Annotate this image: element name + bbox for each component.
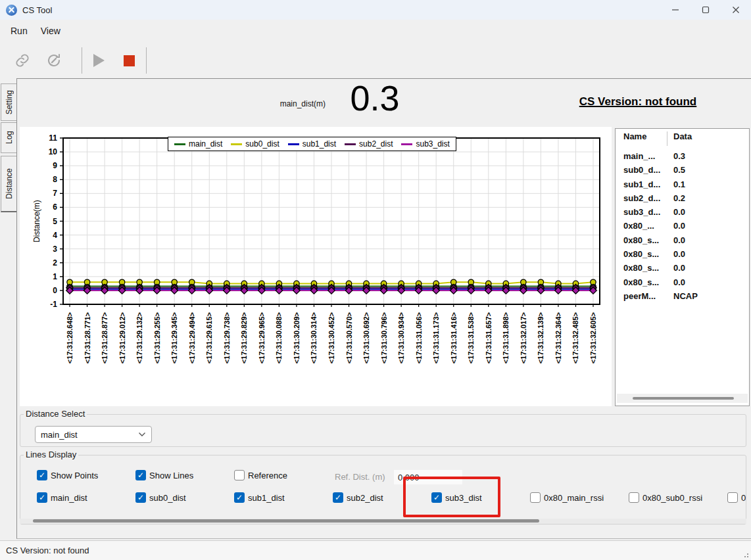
- checkbox-checked-icon: ✓: [37, 492, 47, 503]
- resize-grip-icon[interactable]: [742, 551, 748, 557]
- checkbox-label: sub2_dist: [347, 493, 383, 503]
- svg-text:<17:31:28.771>: <17:31:28.771>: [84, 312, 91, 363]
- data-table-header: Name Data: [616, 131, 749, 147]
- table-row[interactable]: main_...0.3: [616, 150, 749, 164]
- checkbox-unchecked-icon: [727, 492, 738, 503]
- checkbox-label: Show Lines: [149, 471, 193, 480]
- checkbox-checked-icon: ✓: [234, 492, 245, 503]
- checkbox-label: 0x: [741, 493, 746, 503]
- cell-name: sub3_d...: [623, 207, 660, 217]
- svg-text:<17:31:32.139>: <17:31:32.139>: [537, 312, 545, 363]
- cell-data: 0.0: [673, 207, 685, 217]
- stop-button[interactable]: [116, 47, 142, 74]
- distance-select-label: Distance Select: [24, 409, 87, 419]
- reconnect-button[interactable]: [41, 47, 67, 74]
- column-divider: [667, 131, 667, 146]
- checkbox-unchecked-icon: [629, 492, 639, 503]
- ref-dist-label: Ref. Dist. (m): [335, 472, 385, 482]
- lines-display-group: Ref. Dist. (m) ✓Show Points✓Show LinesRe…: [20, 455, 746, 525]
- checkbox-sub0-dist[interactable]: ✓sub0_dist: [135, 492, 186, 503]
- bottom-hscrollbar-thumb[interactable]: [33, 519, 539, 523]
- cell-name: 0x80_s...: [623, 249, 659, 259]
- checkbox-0x[interactable]: 0x: [727, 492, 746, 503]
- table-row[interactable]: 0x80_s...0.0: [616, 248, 749, 262]
- tab-setting[interactable]: Setting: [1, 83, 16, 121]
- table-row[interactable]: 0x80_s...0.0: [616, 262, 749, 275]
- legend-label: sub1_dist: [303, 139, 336, 149]
- menu-run[interactable]: Run: [5, 23, 33, 39]
- svg-text:<17:31:30.088>: <17:31:30.088>: [275, 312, 283, 363]
- cell-data: 0.0: [673, 249, 685, 259]
- svg-text:7: 7: [53, 189, 57, 198]
- svg-text:1: 1: [53, 272, 57, 281]
- tab-log[interactable]: Log: [1, 122, 16, 153]
- legend-swatch: [231, 143, 242, 145]
- menu-view[interactable]: View: [36, 23, 66, 39]
- svg-text:3: 3: [53, 245, 57, 254]
- svg-text:5: 5: [53, 217, 57, 226]
- svg-text:4: 4: [53, 231, 57, 240]
- chart-plot: -101234567891011Distance(m)<17:31:28.648…: [20, 127, 612, 409]
- close-button[interactable]: [721, 0, 751, 20]
- link-icon: [14, 53, 30, 68]
- legend-swatch: [174, 143, 185, 145]
- lines-display-label: Lines Display: [24, 450, 78, 459]
- start-button[interactable]: [85, 47, 112, 74]
- cell-name: 0x80_s...: [623, 263, 659, 273]
- checkbox-reference[interactable]: Reference: [234, 470, 287, 480]
- cs-version-header: CS Version: not found: [562, 95, 714, 108]
- checkbox-checked-icon: ✓: [135, 492, 146, 503]
- svg-text:<17:31:30.314>: <17:31:30.314>: [310, 312, 318, 363]
- tab-distance[interactable]: Distance: [1, 156, 16, 212]
- checkbox-show-lines[interactable]: ✓Show Lines: [135, 470, 193, 480]
- svg-text:11: 11: [49, 133, 57, 143]
- close-icon: [732, 6, 740, 14]
- cell-data: 0.3: [673, 151, 685, 161]
- cell-data: 0.0: [673, 277, 685, 287]
- distance-select-group: main_dist: [20, 414, 746, 447]
- checkbox-sub2-dist[interactable]: ✓sub2_dist: [333, 492, 383, 503]
- table-row[interactable]: 0x80_s...0.0: [616, 276, 749, 290]
- checkbox-0x80-sub0-rssi[interactable]: 0x80_sub0_rssi: [629, 492, 702, 503]
- table-row[interactable]: sub0_d...0.5: [616, 164, 749, 177]
- legend-label: sub2_dist: [359, 139, 393, 149]
- toolbar: [0, 42, 751, 78]
- data-table-panel: Name Data main_...0.3sub0_d...0.5sub1_d.…: [615, 128, 750, 406]
- cell-name: 0x80_s...: [623, 277, 659, 287]
- svg-text:<17:31:29.615>: <17:31:29.615>: [205, 312, 213, 363]
- bottom-hscrollbar[interactable]: [20, 519, 746, 524]
- table-row[interactable]: sub2_d...0.2: [616, 192, 749, 206]
- table-hscrollbar-thumb[interactable]: [633, 397, 734, 400]
- table-row[interactable]: sub3_d...0.0: [616, 206, 749, 220]
- table-row[interactable]: sub1_d...0.1: [616, 178, 749, 192]
- maximize-icon: [702, 6, 710, 14]
- maximize-button[interactable]: [690, 0, 721, 20]
- cell-name: 0x80_...: [623, 221, 654, 231]
- checkbox-0x80-main-rssi[interactable]: 0x80_main_rssi: [530, 492, 604, 503]
- checkbox-sub1-dist[interactable]: ✓sub1_dist: [234, 492, 285, 503]
- legend-label: sub0_dist: [245, 139, 279, 149]
- distance-select-value: main_dist: [41, 430, 78, 440]
- svg-text:<17:31:30.692>: <17:31:30.692>: [362, 312, 370, 363]
- table-hscrollbar[interactable]: [617, 394, 748, 403]
- table-row[interactable]: peerM...NCAP: [616, 290, 749, 304]
- cell-name: main_...: [623, 151, 655, 161]
- svg-text:<17:31:29.829>: <17:31:29.829>: [240, 312, 248, 363]
- checkbox-show-points[interactable]: ✓Show Points: [37, 470, 98, 480]
- svg-text:<17:31:28.648>: <17:31:28.648>: [66, 312, 74, 363]
- svg-text:<17:31:31.898>: <17:31:31.898>: [502, 312, 510, 363]
- table-row[interactable]: 0x80_...0.0: [616, 220, 749, 233]
- legend-label: sub3_dist: [416, 139, 449, 149]
- table-row[interactable]: 0x80_s...0.0: [616, 234, 749, 248]
- svg-text:2: 2: [53, 258, 57, 268]
- minimize-button[interactable]: [660, 0, 690, 20]
- connect-button[interactable]: [9, 47, 36, 74]
- checkbox-label: sub1_dist: [248, 493, 285, 503]
- distance-select-dropdown[interactable]: main_dist: [35, 426, 152, 443]
- legend-item-main_dist: main_dist: [174, 139, 222, 149]
- cell-name: sub1_d...: [623, 179, 660, 189]
- checkbox-main-dist[interactable]: ✓main_dist: [37, 492, 87, 503]
- checkbox-checked-icon: ✓: [37, 470, 47, 480]
- lines-display-row1: Ref. Dist. (m) ✓Show Points✓Show LinesRe…: [20, 470, 746, 484]
- lines-display-row2: ✓main_dist✓sub0_dist✓sub1_dist✓sub2_dist…: [20, 492, 746, 507]
